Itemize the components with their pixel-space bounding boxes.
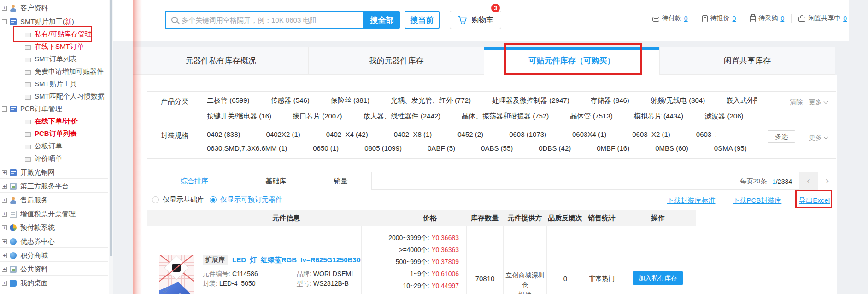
category-filter-option[interactable]: 二极管 (6599) <box>207 94 250 106</box>
package-filter-option[interactable]: 0MBS (60) <box>655 142 688 154</box>
expand-toggle-icon[interactable] <box>2 198 7 203</box>
stat-item[interactable]: 闲置共享中 0 <box>791 14 847 23</box>
scrollbar-thumb[interactable] <box>110 0 112 256</box>
download-pcb-library-link[interactable]: 下载PCB封装库 <box>733 196 781 205</box>
expand-toggle-icon[interactable] <box>2 212 7 217</box>
category-filter-option[interactable]: 滤波器 (206) <box>704 110 743 122</box>
sidebar-item[interactable]: 私有/可贴库存管理 <box>0 28 108 41</box>
sidebar-item[interactable]: PCB订单管理 <box>0 103 108 115</box>
radio-orderable-only[interactable]: 仅显示可预订元器件 <box>210 195 282 204</box>
expand-toggle-icon[interactable] <box>2 225 7 230</box>
sidebar-item[interactable]: 售后服务 <box>0 194 108 206</box>
sidebar-item[interactable]: 增值税票开票管理 <box>0 208 108 220</box>
package-filter-option[interactable]: 0402_X8 (1) <box>394 129 432 141</box>
expand-toggle-icon[interactable] <box>2 281 7 286</box>
package-filter-option[interactable]: 0402X2 (1) <box>266 129 300 141</box>
sidebar-item[interactable]: 优惠券中心 <box>0 235 108 248</box>
category-filter-option[interactable]: 模拟芯片 (4434) <box>634 110 684 122</box>
package-filter-option[interactable]: 0805 (1099) <box>364 142 402 154</box>
package-filter-option[interactable]: 0603_X2 (1) <box>632 129 670 141</box>
sidebar-item[interactable]: PCB订单列表 <box>0 128 108 140</box>
category-filter-option[interactable]: 晶体、振荡器和谐振器 (752) <box>462 110 549 122</box>
expand-toggle-icon[interactable] <box>2 267 7 272</box>
expand-toggle-icon[interactable] <box>2 19 7 24</box>
package-filter-option[interactable]: 0650 (1) <box>313 142 339 154</box>
package-filter-option[interactable]: 0DBS (42) <box>539 142 571 154</box>
stat-count[interactable]: 0 <box>843 15 847 22</box>
stat-count[interactable]: 0 <box>684 15 688 22</box>
sidebar-item[interactable]: 第三方服务平台 <box>0 180 108 193</box>
expand-toggle-icon[interactable] <box>2 239 7 244</box>
tab[interactable]: 可贴元件库存（可购买） <box>484 47 660 75</box>
multi-select-button[interactable]: 多选 <box>768 130 795 143</box>
category-filter-option[interactable]: 存储器 (846) <box>591 94 629 106</box>
expand-toggle-icon[interactable] <box>2 106 7 112</box>
category-filter-option[interactable]: 放大器、线性器件 (2442) <box>364 110 441 122</box>
prev-page-button[interactable]: ‹ <box>799 172 818 190</box>
next-page-button[interactable]: › <box>818 172 836 190</box>
sidebar-item[interactable]: SMT贴片加工(新) <box>0 16 108 28</box>
add-to-private-stock-button[interactable]: 加入私有库存 <box>633 271 683 285</box>
category-filter-option[interactable]: 保险丝 (381) <box>331 94 369 106</box>
package-filter-option[interactable]: 0ABS (55) <box>481 142 513 154</box>
category-filter-option[interactable]: 按键开关/继电器 (16) <box>207 110 271 122</box>
sidebar-item[interactable]: SMT匹配个人习惯数据 <box>0 90 108 103</box>
sidebar-item[interactable]: 开激光钢网 <box>0 166 108 179</box>
package-filter-option[interactable]: 0452 (2) <box>457 129 483 141</box>
tab[interactable]: 元器件私有库存概况 <box>133 47 309 75</box>
clear-filters-link[interactable]: 清除 <box>790 98 803 106</box>
sidebar-item[interactable]: 客户资料 <box>0 2 108 14</box>
more-packages-link[interactable]: 更多 <box>809 134 827 141</box>
stat-item[interactable]: 待付款 0 <box>652 14 688 23</box>
sort-tab[interactable]: 综合排序 <box>147 172 242 190</box>
category-filter-option[interactable]: 晶体管 (7513) <box>570 110 613 122</box>
category-filter-option[interactable]: 接口芯片 (2007) <box>293 110 342 122</box>
sidebar-item[interactable]: 公共资料 <box>0 263 108 276</box>
search-input[interactable] <box>182 12 363 28</box>
expand-toggle-icon[interactable] <box>2 6 7 11</box>
sidebar-item[interactable]: 我的桌面 <box>0 277 108 289</box>
expand-toggle-icon[interactable] <box>2 184 7 189</box>
tab[interactable]: 闲置共享库存 <box>659 47 835 75</box>
stat-count[interactable]: 0 <box>733 15 736 22</box>
sidebar-item[interactable]: 在线下单/计价 <box>0 115 108 128</box>
sidebar-item[interactable]: 评价晒单 <box>0 153 108 165</box>
package-filter-option[interactable]: 0603X4 (1) <box>572 129 606 141</box>
cart-button[interactable]: 购物车 <box>450 11 501 29</box>
package-filter-option[interactable]: 0603 (1073) <box>509 129 546 141</box>
search-all-button[interactable]: 搜全部 <box>364 11 400 29</box>
package-filter-option[interactable]: 0402_X4 (42) <box>326 129 368 141</box>
sidebar-item[interactable]: SMT贴片工具 <box>0 78 108 90</box>
sidebar-item[interactable]: 在线下SMT订单 <box>0 41 108 53</box>
sidebar-item[interactable]: 预付款系统 <box>0 222 108 234</box>
category-filter-option[interactable]: 嵌入式外围芯片 (588) <box>726 94 757 106</box>
sidebar-item[interactable]: 公板订单 <box>0 140 108 153</box>
sidebar-item[interactable]: 积分商城 <box>0 249 108 262</box>
tab[interactable]: 我的元器件库存 <box>308 47 484 75</box>
package-filter-option[interactable]: 0MBF (16) <box>597 142 629 154</box>
package-filter-option[interactable]: 0SMA (95) <box>714 142 747 154</box>
sidebar-scrollbar[interactable] <box>109 0 113 294</box>
radio-basic-only[interactable]: 仅显示基础库 <box>152 195 204 204</box>
package-filter-option[interactable]: 0402 (838) <box>207 129 240 141</box>
stat-count[interactable]: 0 <box>780 15 784 22</box>
stat-item[interactable]: 待报价 0 <box>695 14 736 23</box>
package-filter-option[interactable]: 0630,SMD,7.3X6.6MM (1) <box>207 142 287 154</box>
component-image[interactable]: 0cm 0cm <box>159 255 194 294</box>
export-excel-link[interactable]: 导出Excel <box>799 196 830 205</box>
category-filter-option[interactable]: 处理器及微控制器 (2947) <box>492 94 569 106</box>
sort-tab[interactable]: 销量 <box>310 172 372 190</box>
download-package-standard-link[interactable]: 下载封装库标准 <box>667 196 715 205</box>
package-filter-option[interactable]: 0603_X4 (73) <box>696 129 716 141</box>
expand-toggle-icon[interactable] <box>2 170 7 175</box>
sidebar-item[interactable]: 免费申请增加可贴器件 <box>0 65 108 78</box>
category-filter-option[interactable]: 传感器 (546) <box>271 94 310 106</box>
more-categories-link[interactable]: 更多 <box>809 98 827 106</box>
sort-tab[interactable]: 基础库 <box>242 172 310 190</box>
stat-item[interactable]: 待采购 0 <box>743 14 784 23</box>
search-current-button[interactable]: 搜当前 <box>405 11 440 29</box>
expand-toggle-icon[interactable] <box>2 253 7 258</box>
package-filter-option[interactable]: 0ABF (5) <box>428 142 455 154</box>
component-title-link[interactable]: LED_灯_红绿蓝RGB_Iv=R625G1250B300_WS2812B-B <box>232 256 361 265</box>
sidebar-item[interactable]: SMT订单列表 <box>0 53 108 65</box>
